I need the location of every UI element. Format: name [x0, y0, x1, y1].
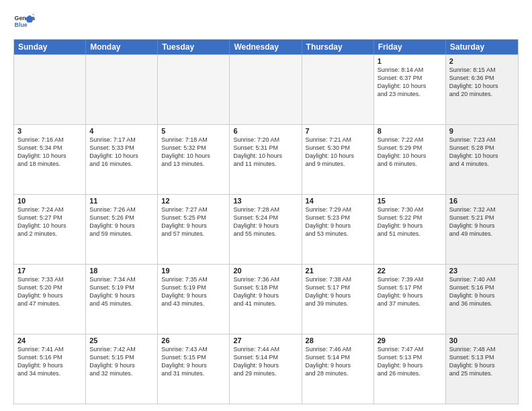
cal-cell: 26Sunrise: 7:43 AM Sunset: 5:15 PM Dayli…: [158, 334, 230, 404]
cal-cell: 28Sunrise: 7:46 AM Sunset: 5:14 PM Dayli…: [302, 334, 374, 404]
cal-cell: 3Sunrise: 7:16 AM Sunset: 5:34 PM Daylig…: [14, 125, 86, 194]
cal-cell: [86, 55, 158, 124]
cell-info: Sunrise: 7:43 AM Sunset: 5:15 PM Dayligh…: [161, 345, 226, 378]
cal-cell: 1Sunrise: 8:14 AM Sunset: 6:37 PM Daylig…: [374, 55, 446, 124]
cal-row: 3Sunrise: 7:16 AM Sunset: 5:34 PM Daylig…: [14, 124, 518, 194]
cell-info: Sunrise: 7:18 AM Sunset: 5:32 PM Dayligh…: [161, 136, 226, 169]
day-number: 13: [233, 197, 298, 205]
cal-row: 10Sunrise: 7:24 AM Sunset: 5:27 PM Dayli…: [14, 194, 518, 264]
cal-cell: 10Sunrise: 7:24 AM Sunset: 5:27 PM Dayli…: [14, 195, 86, 264]
cell-info: Sunrise: 7:28 AM Sunset: 5:24 PM Dayligh…: [233, 205, 298, 238]
day-number: 24: [17, 336, 82, 345]
cal-cell: 6Sunrise: 7:20 AM Sunset: 5:31 PM Daylig…: [230, 125, 302, 194]
cal-cell: 2Sunrise: 8:15 AM Sunset: 6:36 PM Daylig…: [446, 55, 518, 124]
cell-info: Sunrise: 7:26 AM Sunset: 5:26 PM Dayligh…: [89, 205, 154, 238]
cal-cell: 22Sunrise: 7:39 AM Sunset: 5:17 PM Dayli…: [374, 265, 446, 334]
cal-cell: 5Sunrise: 7:18 AM Sunset: 5:32 PM Daylig…: [158, 125, 230, 194]
day-number: 1: [378, 57, 442, 65]
cell-info: Sunrise: 7:34 AM Sunset: 5:19 PM Dayligh…: [89, 275, 154, 308]
day-number: 4: [89, 127, 154, 135]
cal-row: 24Sunrise: 7:41 AM Sunset: 5:16 PM Dayli…: [14, 334, 518, 404]
day-number: 3: [17, 127, 82, 135]
cal-cell: 20Sunrise: 7:36 AM Sunset: 5:18 PM Dayli…: [230, 265, 302, 334]
day-number: 12: [161, 197, 226, 205]
day-number: 18: [89, 267, 154, 275]
cal-cell: [230, 55, 302, 124]
cal-cell: 11Sunrise: 7:26 AM Sunset: 5:26 PM Dayli…: [86, 195, 158, 264]
cell-info: Sunrise: 7:35 AM Sunset: 5:19 PM Dayligh…: [161, 275, 226, 308]
cal-cell: 18Sunrise: 7:34 AM Sunset: 5:19 PM Dayli…: [86, 265, 158, 334]
cell-info: Sunrise: 7:38 AM Sunset: 5:17 PM Dayligh…: [306, 275, 370, 308]
logo: General Blue: [13, 11, 38, 32]
cal-cell: 23Sunrise: 7:40 AM Sunset: 5:16 PM Dayli…: [446, 265, 518, 334]
cal-cell: 24Sunrise: 7:41 AM Sunset: 5:16 PM Dayli…: [14, 334, 86, 404]
page: General Blue SundayMondayTuesdayWednesda…: [0, 0, 532, 411]
cell-info: Sunrise: 7:39 AM Sunset: 5:17 PM Dayligh…: [378, 275, 442, 308]
cal-header-day: Sunday: [14, 40, 86, 54]
cal-header-day: Wednesday: [230, 40, 302, 54]
day-number: 20: [233, 267, 298, 275]
svg-text:Blue: Blue: [15, 21, 28, 28]
cal-cell: 19Sunrise: 7:35 AM Sunset: 5:19 PM Dayli…: [158, 265, 230, 334]
cell-info: Sunrise: 7:48 AM Sunset: 5:13 PM Dayligh…: [449, 345, 515, 378]
day-number: 10: [17, 197, 82, 205]
day-number: 19: [161, 267, 226, 275]
cal-cell: 14Sunrise: 7:29 AM Sunset: 5:23 PM Dayli…: [302, 195, 374, 264]
cal-cell: 8Sunrise: 7:22 AM Sunset: 5:29 PM Daylig…: [374, 125, 446, 194]
cell-info: Sunrise: 7:21 AM Sunset: 5:30 PM Dayligh…: [306, 136, 370, 169]
day-number: 11: [89, 197, 154, 205]
day-number: 16: [449, 197, 515, 205]
cal-row: 1Sunrise: 8:14 AM Sunset: 6:37 PM Daylig…: [14, 54, 518, 124]
cal-cell: 4Sunrise: 7:17 AM Sunset: 5:33 PM Daylig…: [86, 125, 158, 194]
cell-info: Sunrise: 7:47 AM Sunset: 5:13 PM Dayligh…: [378, 345, 442, 378]
day-number: 27: [233, 336, 298, 345]
cell-info: Sunrise: 7:42 AM Sunset: 5:15 PM Dayligh…: [89, 345, 154, 378]
cell-info: Sunrise: 7:20 AM Sunset: 5:31 PM Dayligh…: [233, 136, 298, 169]
day-number: 22: [378, 267, 442, 275]
day-number: 2: [449, 57, 515, 65]
cal-cell: 16Sunrise: 7:32 AM Sunset: 5:21 PM Dayli…: [446, 195, 518, 264]
cal-cell: [14, 55, 86, 124]
logo-icon: General Blue: [13, 11, 35, 32]
cal-cell: 25Sunrise: 7:42 AM Sunset: 5:15 PM Dayli…: [86, 334, 158, 404]
cell-info: Sunrise: 7:30 AM Sunset: 5:22 PM Dayligh…: [378, 205, 442, 238]
day-number: 8: [378, 127, 442, 135]
cal-header-day: Friday: [374, 40, 446, 54]
cal-cell: 9Sunrise: 7:23 AM Sunset: 5:28 PM Daylig…: [446, 125, 518, 194]
cal-cell: 27Sunrise: 7:44 AM Sunset: 5:14 PM Dayli…: [230, 334, 302, 404]
cell-info: Sunrise: 7:32 AM Sunset: 5:21 PM Dayligh…: [449, 205, 515, 238]
cell-info: Sunrise: 7:44 AM Sunset: 5:14 PM Dayligh…: [233, 345, 298, 378]
cell-info: Sunrise: 7:17 AM Sunset: 5:33 PM Dayligh…: [89, 136, 154, 169]
day-number: 9: [449, 127, 515, 135]
cal-cell: 12Sunrise: 7:27 AM Sunset: 5:25 PM Dayli…: [158, 195, 230, 264]
cell-info: Sunrise: 7:24 AM Sunset: 5:27 PM Dayligh…: [17, 205, 82, 238]
calendar: SundayMondayTuesdayWednesdayThursdayFrid…: [13, 39, 519, 404]
cal-cell: [302, 55, 374, 124]
cell-info: Sunrise: 7:29 AM Sunset: 5:23 PM Dayligh…: [306, 205, 370, 238]
cal-header-day: Tuesday: [158, 40, 230, 54]
cell-info: Sunrise: 7:27 AM Sunset: 5:25 PM Dayligh…: [161, 205, 226, 238]
day-number: 7: [306, 127, 370, 135]
cal-cell: 29Sunrise: 7:47 AM Sunset: 5:13 PM Dayli…: [374, 334, 446, 404]
cell-info: Sunrise: 7:46 AM Sunset: 5:14 PM Dayligh…: [306, 345, 370, 378]
cell-info: Sunrise: 7:36 AM Sunset: 5:18 PM Dayligh…: [233, 275, 298, 308]
day-number: 21: [306, 267, 370, 275]
cal-header-day: Monday: [86, 40, 158, 54]
day-number: 28: [306, 336, 370, 345]
cell-info: Sunrise: 7:33 AM Sunset: 5:20 PM Dayligh…: [17, 275, 82, 308]
cal-cell: 17Sunrise: 7:33 AM Sunset: 5:20 PM Dayli…: [14, 265, 86, 334]
cal-cell: 21Sunrise: 7:38 AM Sunset: 5:17 PM Dayli…: [302, 265, 374, 334]
cell-info: Sunrise: 8:15 AM Sunset: 6:36 PM Dayligh…: [449, 66, 515, 99]
day-number: 23: [449, 267, 515, 275]
header: General Blue: [13, 11, 519, 32]
day-number: 6: [233, 127, 298, 135]
day-number: 14: [306, 197, 370, 205]
day-number: 26: [161, 336, 226, 345]
cell-info: Sunrise: 7:22 AM Sunset: 5:29 PM Dayligh…: [378, 136, 442, 169]
cal-header-day: Saturday: [446, 40, 518, 54]
cal-cell: 30Sunrise: 7:48 AM Sunset: 5:13 PM Dayli…: [446, 334, 518, 404]
day-number: 25: [89, 336, 154, 345]
cal-cell: 13Sunrise: 7:28 AM Sunset: 5:24 PM Dayli…: [230, 195, 302, 264]
cell-info: Sunrise: 7:40 AM Sunset: 5:16 PM Dayligh…: [449, 275, 515, 308]
calendar-header: SundayMondayTuesdayWednesdayThursdayFrid…: [14, 40, 518, 54]
